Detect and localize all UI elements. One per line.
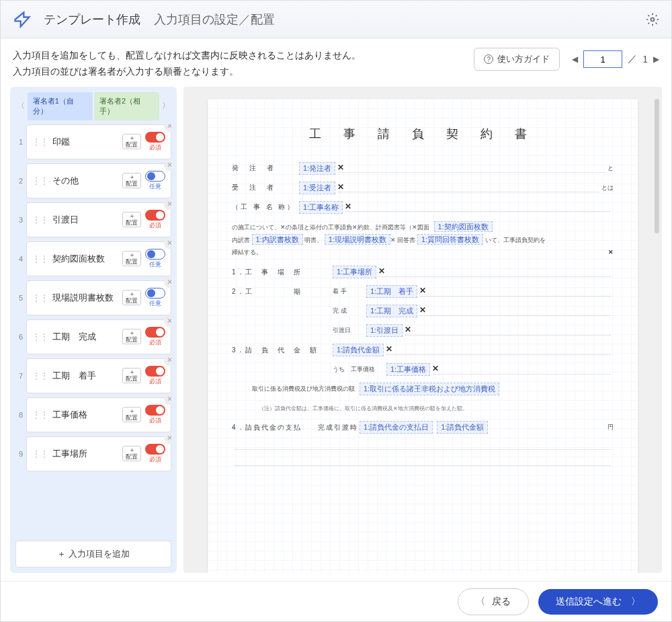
place-button[interactable]: ＋配置 [122, 446, 141, 462]
required-toggle[interactable] [145, 249, 165, 260]
field-card[interactable]: ✕ ⋮⋮ 印鑑 ＋配置 必須 [26, 124, 171, 159]
close-icon[interactable]: ✕ [164, 277, 171, 288]
placed-field[interactable]: 1:現場説明書枚数 [325, 234, 390, 245]
field-card[interactable]: ✕ ⋮⋮ 工事場所 ＋配置 必須 [26, 436, 171, 471]
placed-field[interactable]: 1:工事名称✕ [299, 201, 343, 214]
document-canvas[interactable]: 工 事 請 負 契 約 書 発 注 者 1:発注者✕ と 受 注 者 1:受注者… [183, 87, 662, 573]
required-toggle[interactable] [145, 405, 165, 416]
back-button-label: 戻る [492, 596, 511, 608]
close-icon[interactable]: ✕ [164, 199, 171, 210]
place-button[interactable]: ＋配置 [122, 212, 141, 228]
field-number: 1 [15, 138, 26, 146]
doc-label: 受 注 者 [232, 183, 299, 192]
field-label: 工事価格 [52, 409, 122, 421]
close-icon[interactable]: ✕ [164, 433, 171, 444]
field-number: 6 [15, 333, 26, 341]
drag-handle-icon[interactable]: ⋮⋮ [32, 332, 48, 342]
drag-handle-icon[interactable]: ⋮⋮ [32, 176, 48, 186]
drag-handle-icon[interactable]: ⋮⋮ [32, 215, 48, 225]
pager-input[interactable] [583, 50, 622, 68]
toggle-label: 必須 [149, 143, 161, 152]
placed-field[interactable]: 1:取引に係る諸王非税および地方消費税 [360, 383, 499, 395]
back-button[interactable]: 〈 戻る [458, 588, 529, 615]
required-toggle[interactable] [145, 288, 165, 299]
field-card[interactable]: ✕ ⋮⋮ 工事価格 ＋配置 必須 [26, 397, 171, 432]
field-card[interactable]: ✕ ⋮⋮ 契約図面枚数 ＋配置 任意 [26, 241, 171, 276]
required-toggle[interactable] [145, 132, 165, 143]
placed-field[interactable]: 1:発注者✕ [299, 162, 335, 175]
guide-button-label: 使い方ガイド [497, 53, 550, 65]
drag-handle-icon[interactable]: ⋮⋮ [32, 293, 48, 303]
place-button[interactable]: ＋配置 [122, 368, 141, 384]
header-title: テンプレート作成 [44, 11, 140, 28]
close-icon[interactable]: ✕ [164, 124, 171, 132]
field-card[interactable]: ✕ ⋮⋮ その他 ＋配置 任意 [26, 163, 171, 198]
app-logo-icon [13, 10, 32, 29]
field-row: 3 ✕ ⋮⋮ 引渡日 ＋配置 必須 [15, 202, 171, 237]
drag-handle-icon[interactable]: ⋮⋮ [32, 410, 48, 420]
field-card[interactable]: ✕ ⋮⋮ 工期 完成 ＋配置 必須 [26, 319, 171, 354]
close-icon[interactable]: ✕ [164, 316, 171, 327]
placed-field[interactable]: 1:請負代金額 [437, 421, 488, 434]
field-card[interactable]: ✕ ⋮⋮ 現場説明書枚数 ＋配置 任意 [26, 280, 171, 315]
placed-field[interactable]: 1:内訳書枚数 [252, 234, 303, 245]
header-subtitle: 入力項目の設定／配置 [154, 11, 275, 28]
placed-field[interactable]: 1:工事価格✕ [386, 363, 430, 376]
place-button[interactable]: ＋配置 [122, 173, 141, 189]
tab-prev-icon[interactable]: 〈 [15, 100, 26, 112]
close-icon[interactable]: ✕ [164, 238, 171, 249]
field-card[interactable]: ✕ ⋮⋮ 工期 着手 ＋配置 必須 [26, 358, 171, 393]
placed-field[interactable]: 1:引渡日✕ [366, 324, 403, 337]
toggle-label: 任意 [149, 182, 161, 191]
document-page: 工 事 請 負 契 約 書 発 注 者 1:発注者✕ と 受 注 者 1:受注者… [208, 99, 638, 573]
tab-signer-1[interactable]: 署名者1（自分） [28, 92, 93, 120]
toggle-label: 任意 [149, 299, 161, 308]
placed-field[interactable]: 1:契約図面枚数 [434, 221, 493, 232]
placed-field[interactable]: 1:請負代金の支払日 [360, 421, 433, 434]
placed-field[interactable]: 1:請負代金額✕ [333, 344, 384, 356]
close-icon[interactable]: ✕ [164, 394, 171, 405]
guide-button[interactable]: ? 使い方ガイド [474, 48, 560, 71]
required-toggle[interactable] [145, 327, 165, 338]
next-button-label: 送信設定へ進む [556, 596, 622, 608]
field-label: 印鑑 [52, 136, 122, 148]
placed-field[interactable]: 1:工事場所✕ [333, 266, 376, 278]
pager-prev-icon[interactable]: ◀ [572, 54, 578, 64]
toggle-label: 必須 [149, 416, 161, 425]
place-button[interactable]: ＋配置 [122, 134, 141, 150]
gear-icon[interactable] [646, 13, 659, 26]
drag-handle-icon[interactable]: ⋮⋮ [32, 449, 48, 459]
drag-handle-icon[interactable]: ⋮⋮ [32, 137, 48, 147]
place-button[interactable]: ＋配置 [122, 290, 141, 306]
tab-signer-2[interactable]: 署名者2（相手） [94, 92, 159, 120]
scrollbar-vertical[interactable] [655, 99, 659, 233]
field-label: 工期 着手 [52, 370, 122, 382]
pager-next-icon[interactable]: ▶ [653, 54, 659, 64]
field-card[interactable]: ✕ ⋮⋮ 引渡日 ＋配置 必須 [26, 202, 171, 237]
field-number: 9 [15, 450, 26, 458]
required-toggle[interactable] [145, 366, 165, 377]
placed-field[interactable]: 1:工期 着手✕ [366, 285, 417, 298]
place-button[interactable]: ＋配置 [122, 251, 141, 267]
svg-point-0 [651, 17, 655, 21]
required-toggle[interactable] [145, 171, 165, 182]
required-toggle[interactable] [145, 444, 165, 455]
placed-field[interactable]: 1:質問回答書枚数 [417, 234, 483, 245]
chevron-right-icon: 〉 [631, 596, 640, 608]
add-field-button[interactable]: ＋ 入力項目を追加 [15, 541, 171, 568]
doc-label: （工 事 名 称） [232, 202, 299, 212]
tab-next-icon[interactable]: 〉 [161, 100, 171, 112]
placed-field[interactable]: 1:工期 完成✕ [366, 305, 417, 317]
instructions: 入力項目を追加をしても、配置しなければ文書内に反映されることはありません。 入力… [13, 48, 361, 80]
close-icon[interactable]: ✕ [608, 247, 614, 258]
next-button[interactable]: 送信設定へ進む 〉 [538, 589, 658, 615]
close-icon[interactable]: ✕ [164, 355, 171, 366]
place-button[interactable]: ＋配置 [122, 329, 141, 345]
drag-handle-icon[interactable]: ⋮⋮ [32, 371, 48, 381]
instruction-line: 入力項目の並びは署名者が入力する順番となります。 [13, 64, 361, 80]
place-button[interactable]: ＋配置 [122, 407, 141, 423]
placed-field[interactable]: 1:受注者✕ [299, 182, 335, 194]
close-icon[interactable]: ✕ [164, 160, 171, 171]
drag-handle-icon[interactable]: ⋮⋮ [32, 254, 48, 264]
required-toggle[interactable] [145, 210, 165, 221]
